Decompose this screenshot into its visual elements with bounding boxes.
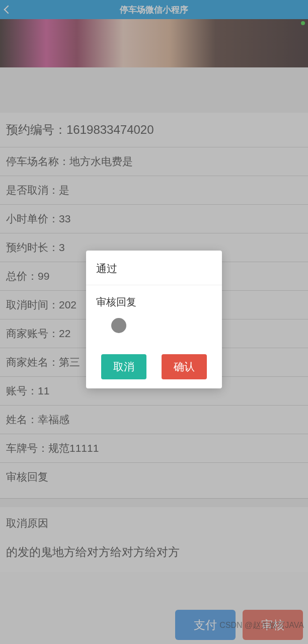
modal-field-label: 审核回复	[96, 295, 212, 309]
modal-title: 通过	[86, 251, 222, 285]
watermark: CSDN @赵无极写JAVA	[219, 620, 304, 631]
modal-actions: 取消 确认	[86, 348, 222, 388]
modal-body: 审核回复	[86, 285, 222, 348]
modal-cancel-button[interactable]: 取消	[101, 354, 146, 379]
loading-icon	[111, 318, 126, 333]
modal-confirm-button[interactable]: 确认	[162, 354, 207, 379]
audit-modal: 通过 审核回复 取消 确认	[86, 251, 222, 388]
